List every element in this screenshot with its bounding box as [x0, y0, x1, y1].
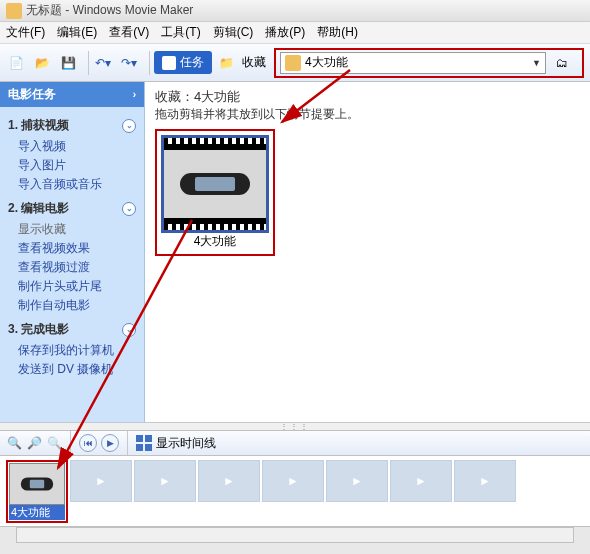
play-button[interactable]: ▶: [101, 434, 119, 452]
storyboard-slot[interactable]: [454, 460, 516, 502]
task-video-transitions[interactable]: 查看视频过渡: [8, 258, 136, 277]
collection-content: 收藏：4大功能 拖动剪辑并将其放到以下情节提要上。 4大功能: [145, 82, 590, 422]
zoom-level-icon[interactable]: 🔍: [6, 435, 22, 451]
rewind-button[interactable]: ⏮: [79, 434, 97, 452]
menu-tools[interactable]: 工具(T): [161, 24, 200, 41]
task-show-collections: 显示收藏: [8, 220, 136, 239]
menu-edit[interactable]: 编辑(E): [57, 24, 97, 41]
tasks-button[interactable]: 任务: [154, 51, 212, 74]
task-import-video[interactable]: 导入视频: [8, 137, 136, 156]
content-heading: 收藏：4大功能: [155, 88, 580, 106]
collapse-icon[interactable]: ⌄: [122, 119, 136, 133]
views-icon[interactable]: 🗂: [552, 53, 572, 73]
separator: [149, 51, 150, 75]
task-send-dv[interactable]: 发送到 DV 摄像机: [8, 360, 136, 379]
open-icon[interactable]: 📂: [32, 53, 52, 73]
content-hint: 拖动剪辑并将其放到以下情节提要上。: [155, 106, 580, 123]
storyboard-slot[interactable]: [198, 460, 260, 502]
task-section-finish[interactable]: 3. 完成电影 ⌄: [8, 321, 136, 338]
tasks-pane: 电影任务 › 1. 捕获视频 ⌄ 导入视频 导入图片 导入音频或音乐 2. 编辑…: [0, 82, 145, 422]
separator: [70, 431, 71, 455]
separator: [88, 51, 89, 75]
storyboard-slot[interactable]: [390, 460, 452, 502]
clip-item[interactable]: [161, 135, 269, 233]
storyboard-slot[interactable]: [262, 460, 324, 502]
storyboard-slot[interactable]: [70, 460, 132, 502]
collapse-icon[interactable]: ⌄: [122, 202, 136, 216]
tasks-pane-header: 电影任务 ›: [0, 82, 144, 107]
undo-icon[interactable]: ↶▾: [93, 53, 113, 73]
task-section-edit[interactable]: 2. 编辑电影 ⌄: [8, 200, 136, 217]
new-project-icon[interactable]: 📄: [6, 53, 26, 73]
chevron-down-icon: ▼: [532, 58, 541, 68]
scroll-track[interactable]: [16, 527, 574, 543]
grid-icon: [136, 435, 152, 451]
task-import-audio[interactable]: 导入音频或音乐: [8, 175, 136, 194]
zoom-out-icon[interactable]: 🔍: [46, 435, 62, 451]
clip-highlight: 4大功能: [155, 129, 275, 256]
storyboard-slot[interactable]: [134, 460, 196, 502]
save-icon[interactable]: 💾: [58, 53, 78, 73]
menu-clip[interactable]: 剪辑(C): [213, 24, 254, 41]
clip-label: 4大功能: [161, 233, 269, 250]
task-save-computer[interactable]: 保存到我的计算机: [8, 341, 136, 360]
collections-folder-icon[interactable]: 📁: [216, 53, 236, 73]
pane-resizer[interactable]: ⋮⋮⋮: [0, 422, 590, 430]
horizontal-scrollbar[interactable]: [0, 526, 590, 543]
timeline-label: 显示时间线: [156, 435, 216, 452]
clip-thumbnail: [164, 150, 266, 218]
task-automovie[interactable]: 制作自动电影: [8, 296, 136, 315]
storyboard[interactable]: 4大功能: [0, 456, 590, 526]
collections-label[interactable]: 收藏: [242, 54, 266, 71]
tasks-label: 任务: [180, 54, 204, 71]
storyboard-controls: 🔍 🔎 🔍 ⏮ ▶ 显示时间线: [0, 430, 590, 456]
collapse-icon[interactable]: ⌄: [122, 323, 136, 337]
tasks-pane-title: 电影任务: [8, 86, 56, 103]
menu-file[interactable]: 文件(F): [6, 24, 45, 41]
collection-dropdown[interactable]: 4大功能 ▼: [280, 52, 546, 74]
collection-value: 4大功能: [305, 54, 348, 71]
menu-view[interactable]: 查看(V): [109, 24, 149, 41]
chevron-right-icon[interactable]: ›: [133, 89, 136, 100]
tasks-icon: [162, 56, 176, 70]
menubar: 文件(F) 编辑(E) 查看(V) 工具(T) 剪辑(C) 播放(P) 帮助(H…: [0, 22, 590, 44]
show-timeline-button[interactable]: 显示时间线: [136, 435, 216, 452]
menu-help[interactable]: 帮助(H): [317, 24, 358, 41]
window-title: 无标题 - Windows Movie Maker: [26, 2, 193, 19]
storyboard-clip-selected[interactable]: 4大功能: [6, 460, 68, 523]
storyboard-clip-label: 4大功能: [9, 505, 65, 520]
app-icon: [6, 3, 22, 19]
task-titles-credits[interactable]: 制作片头或片尾: [8, 277, 136, 296]
menu-play[interactable]: 播放(P): [265, 24, 305, 41]
toolbar: 📄 📂 💾 ↶▾ ↷▾ 任务 📁 收藏 4大功能 ▼ 🗂: [0, 44, 590, 82]
collection-highlight: 4大功能 ▼ 🗂: [274, 48, 584, 78]
task-section-capture[interactable]: 1. 捕获视频 ⌄: [8, 117, 136, 134]
task-video-effects[interactable]: 查看视频效果: [8, 239, 136, 258]
separator: [127, 431, 128, 455]
storyboard-thumbnail: [9, 463, 65, 505]
zoom-in-icon[interactable]: 🔎: [26, 435, 42, 451]
redo-icon[interactable]: ↷▾: [119, 53, 139, 73]
task-import-picture[interactable]: 导入图片: [8, 156, 136, 175]
storyboard-slot[interactable]: [326, 460, 388, 502]
collection-icon: [285, 55, 301, 71]
